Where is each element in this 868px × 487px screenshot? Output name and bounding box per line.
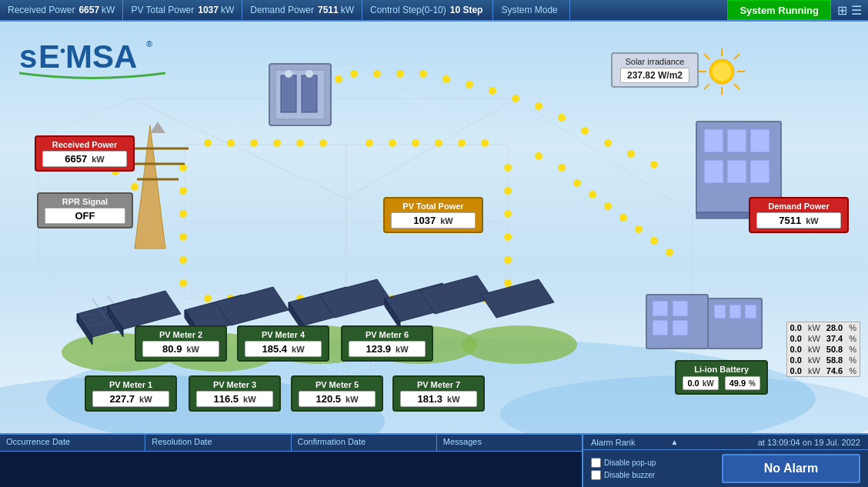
rpr-signal-label: RPR Signal [45,197,125,206]
demand-power-label: Demand Power [756,202,841,211]
pv-meter-4-label: PV Meter 4 [245,330,322,339]
received-power-value: 6657 [65,153,87,165]
pv-meter-7-value: 181.3 [417,393,442,405]
pv-meter-2-panel: PV Meter 2 80.9 kW [135,325,227,362]
liion-pct-value: 49.9 [729,379,746,388]
battery-table-row: 0.0 kW 58.8 % [787,355,860,365]
disable-popup-input[interactable] [591,458,601,468]
pv-meter-6-panel: PV Meter 6 123.9 kW [341,325,433,362]
pv-meter-2-value: 80.9 [162,343,182,355]
pv-meter-3-panel: PV Meter 3 116.5 kW [189,375,281,412]
received-power-header-value: 6657 [78,5,99,15]
monitor-icon[interactable]: ⊞ [837,3,847,18]
pv-total-header: PV Total Power 1037 kW [123,0,242,20]
battery-table: 0.0 kW 28.0 % 0.0 kW 37.4 % 0.0 kW 50.8 … [786,322,860,377]
disable-popup-checkbox[interactable]: Disable pop-up [591,458,656,468]
pv-total-header-value: 1037 [198,5,219,15]
liion-kw-value: 0.0 [687,379,699,388]
pv-meter-3-value: 116.5 [213,393,239,405]
battery-table-row: 0.0 kW 37.4 % [787,333,860,344]
svg-text:E: E [38,38,60,75]
alarm-sort-icon[interactable]: ▲ [670,438,678,446]
svg-line-141 [704,54,709,59]
alarm-timestamp: at 13:09:04 on 19 Jul. 2022 [758,438,860,447]
rpr-signal-value: OFF [75,210,95,222]
received-power-header-label: Received Power [8,5,75,15]
pv-meter-7-panel: PV Meter 7 181.3 kW [392,375,485,412]
alarm-bar: Occurrence Date Resolution Date Confirma… [0,433,868,487]
solar-irradiance-label: Solar irradiance [620,57,689,66]
svg-line-142 [734,84,739,89]
alarm-occurrence-header: Occurrence Date [0,435,145,451]
pv-total-label: PV Total Power [391,202,476,211]
alarm-body [0,452,583,487]
svg-text:s: s [19,38,37,75]
svg-text:•: • [60,42,65,59]
svg-line-143 [734,54,739,59]
disable-buzzer-checkbox[interactable]: Disable buzzer [591,470,656,480]
demand-power-panel: Demand Power 7511 kW [749,197,849,233]
logo: s E • MSA ® [15,33,169,86]
liion-battery-panel: Li-ion Battery 0.0 kW 49.9 % [675,360,768,395]
pv-meter-2-label: PV Meter 2 [142,330,219,339]
system-mode-label: System Mode [501,5,557,15]
battery-table-row: 0.0 kW 74.6 % [787,365,860,376]
pv-meter-6-value: 123.9 [366,343,391,355]
pv-total-power-panel: PV Total Power 1037 kW [383,197,483,233]
svg-point-146 [713,62,731,81]
no-alarm-button[interactable]: No Alarm [722,454,860,483]
received-power-label: Received Power [42,140,127,149]
top-bar-icons: ⊞ ☰ [831,3,868,18]
main-area: s E • MSA ® Solar irradiance 237.82 W/m2 [0,22,868,433]
pv-total-header-label: PV Total Power [131,5,194,15]
control-step-header: Control Step(0-10) 10 Step [362,0,493,20]
svg-text:®: ® [146,39,152,48]
pv-meter-1-value: 227.7 [109,393,135,405]
received-power-panel: Received Power 6657 kW [35,135,135,172]
rpr-signal-panel: RPR Signal OFF [37,192,133,228]
pv-meter-6-label: PV Meter 6 [349,330,426,339]
pv-meter-7-label: PV Meter 7 [400,380,477,389]
svg-line-144 [704,84,709,89]
alarm-confirmation-header: Confirmation Date [292,435,437,451]
pv-total-value: 1037 [413,215,436,226]
pv-meter-4-value: 185.4 [262,343,287,355]
pv-meter-1-label: PV Meter 1 [92,380,169,389]
pv-meter-3-label: PV Meter 3 [196,380,273,389]
pv-meter-5-value: 120.5 [315,393,341,405]
pv-meter-1-panel: PV Meter 1 227.7 kW [85,375,177,412]
pv-meter-4-panel: PV Meter 4 185.4 kW [237,325,329,362]
pv-meter-5-label: PV Meter 5 [299,380,376,389]
demand-power-header-value: 7511 [318,5,339,15]
alarm-resolution-header: Resolution Date [145,435,291,451]
battery-table-row: 0.0 kW 50.8 % [787,344,860,355]
alarm-messages-header: Messages [437,435,582,451]
pv-meter-5-panel: PV Meter 5 120.5 kW [291,375,383,412]
received-power-header: Received Power 6657 kW [0,0,123,20]
control-step-value: 10 Step [450,5,483,15]
disable-buzzer-input[interactable] [591,470,601,480]
solar-irradiance-box: Solar irradiance 237.82 W/m2 [611,52,699,88]
demand-power-header: Demand Power 7511 kW [242,0,362,20]
menu-icon[interactable]: ☰ [851,3,862,18]
system-mode-header: System Mode [493,0,569,20]
solar-irradiance-value: 237.82 W/m2 [620,68,689,83]
alarm-rank-label: Alarm Rank [591,438,670,447]
demand-power-header-label: Demand Power [250,5,314,15]
battery-table-row: 0.0 kW 28.0 % [787,322,860,333]
sun-graphic [695,45,749,91]
demand-power-value: 7511 [779,215,801,226]
system-status: System Running [727,0,831,20]
top-bar: Received Power 6657 kW PV Total Power 10… [0,0,868,22]
liion-battery-label: Li-ion Battery [683,365,760,374]
control-step-label: Control Step(0-10) [370,5,446,15]
svg-text:MSA: MSA [65,38,137,75]
